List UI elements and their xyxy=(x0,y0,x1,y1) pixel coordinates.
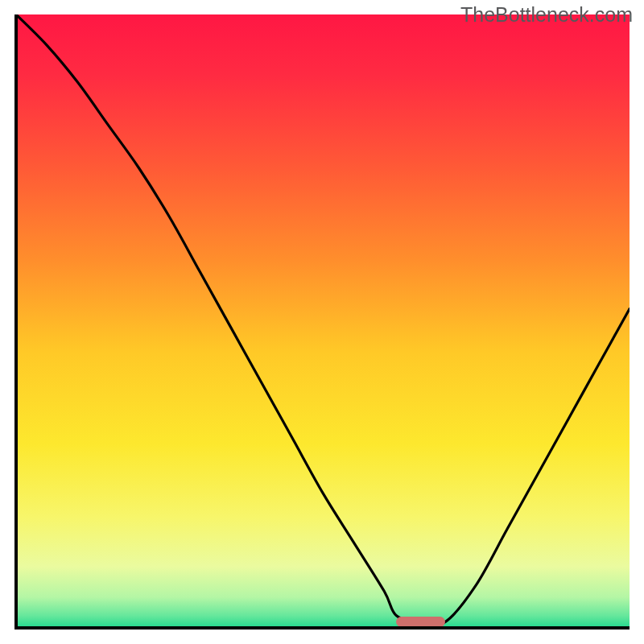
y-axis-line xyxy=(14,14,18,630)
watermark-text: TheBottleneck.com xyxy=(460,3,633,27)
bottleneck-curve xyxy=(16,14,630,628)
x-axis-line xyxy=(14,626,630,630)
chart-container: TheBottleneck.com xyxy=(0,0,644,644)
